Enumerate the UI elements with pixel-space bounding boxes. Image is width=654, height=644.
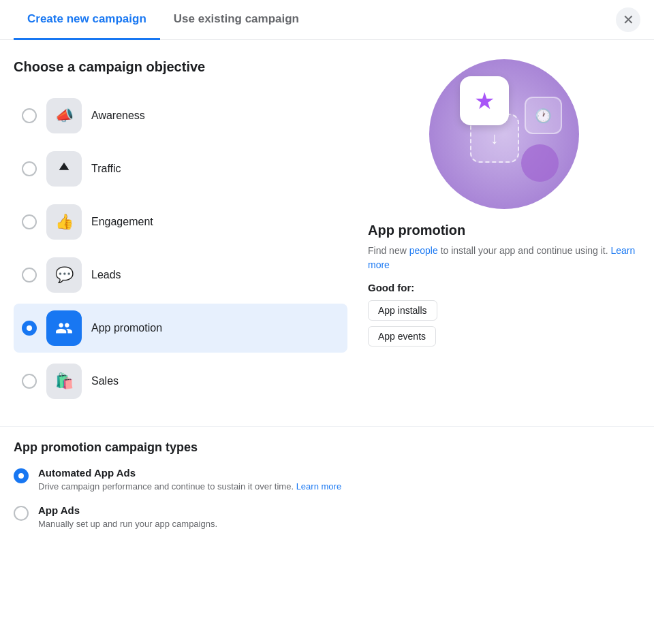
leads-label: Leads <box>91 269 121 281</box>
promo-illustration: ★ ↓ 🕐 <box>429 59 579 209</box>
automated-label: Automated App Ads <box>38 467 341 479</box>
objective-leads[interactable]: 💬 Leads <box>14 251 347 300</box>
awareness-label: Awareness <box>91 110 145 122</box>
radio-app-promotion <box>22 321 37 336</box>
tab-bar: Create new campaign Use existing campaig… <box>0 0 654 40</box>
modal-container: Create new campaign Use existing campaig… <box>0 0 654 644</box>
automated-desc-text: Drive campaign performance and continue … <box>38 481 296 492</box>
traffic-icon <box>46 151 82 187</box>
promo-desc-text2: to install your app and continue using i… <box>438 245 611 256</box>
close-button[interactable]: ✕ <box>616 7 640 32</box>
main-content: Choose a campaign objective 📣 Awareness … <box>0 40 654 419</box>
radio-sales <box>22 374 37 389</box>
tab-create-campaign[interactable]: Create new campaign <box>14 0 160 40</box>
radio-inner-dot <box>27 325 32 331</box>
objective-app-promotion[interactable]: App promotion <box>14 304 347 353</box>
promo-title: App promotion <box>368 223 640 238</box>
bottom-section: App promotion campaign types Automated A… <box>0 426 654 551</box>
radio-traffic <box>22 161 37 176</box>
engagement-icon: 👍 <box>46 204 82 240</box>
automated-text-block: Automated App Ads Drive campaign perform… <box>38 467 341 494</box>
good-for-title: Good for: <box>368 282 640 293</box>
app-promotion-label: App promotion <box>91 322 162 334</box>
tab-existing-campaign[interactable]: Use existing campaign <box>160 0 313 40</box>
section-title: Choose a campaign objective <box>14 59 347 75</box>
promo-description: Find new people to install your app and … <box>368 244 640 272</box>
radio-leads <box>22 268 37 283</box>
tag-app-events: App events <box>368 326 436 347</box>
objective-traffic[interactable]: Traffic <box>14 144 347 193</box>
objective-list: 📣 Awareness Traffic 👍 Engagement <box>14 91 347 406</box>
right-panel: ★ ↓ 🕐 App promotion Find ne <box>347 59 640 406</box>
traffic-label: Traffic <box>91 163 121 175</box>
campaign-type-automated[interactable]: Automated App Ads Drive campaign perform… <box>14 467 640 494</box>
automated-learn-more-link[interactable]: Learn more <box>296 481 341 492</box>
tag-app-installs: App installs <box>368 300 437 321</box>
left-panel: Choose a campaign objective 📣 Awareness … <box>14 59 347 406</box>
engagement-label: Engagement <box>91 216 153 228</box>
objective-awareness[interactable]: 📣 Awareness <box>14 91 347 140</box>
sales-label: Sales <box>91 375 119 387</box>
awareness-icon: 📣 <box>46 98 82 133</box>
radio-awareness <box>22 108 37 123</box>
promo-people-link[interactable]: people <box>409 245 438 256</box>
automated-desc: Drive campaign performance and continue … <box>38 480 341 494</box>
sales-icon: 🛍️ <box>46 364 82 399</box>
objective-sales[interactable]: 🛍️ Sales <box>14 357 347 406</box>
tags-container: App installs App events <box>368 300 640 347</box>
bottom-section-title: App promotion campaign types <box>14 440 640 455</box>
radio-automated-dot <box>18 473 24 479</box>
objective-engagement[interactable]: 👍 Engagement <box>14 197 347 246</box>
app-promotion-icon <box>46 310 82 346</box>
radio-automated <box>14 468 29 483</box>
promo-desc-text1: Find new <box>368 245 409 256</box>
campaign-type-app-ads[interactable]: App Ads Manually set up and run your app… <box>14 504 640 531</box>
campaign-type-list: Automated App Ads Drive campaign perform… <box>14 467 640 530</box>
leads-icon: 💬 <box>46 257 82 293</box>
app-ads-label: App Ads <box>38 504 217 516</box>
radio-engagement <box>22 214 37 229</box>
app-ads-desc: Manually set up and run your app campaig… <box>38 517 217 531</box>
radio-app-ads <box>14 506 29 521</box>
app-ads-text-block: App Ads Manually set up and run your app… <box>38 504 217 531</box>
